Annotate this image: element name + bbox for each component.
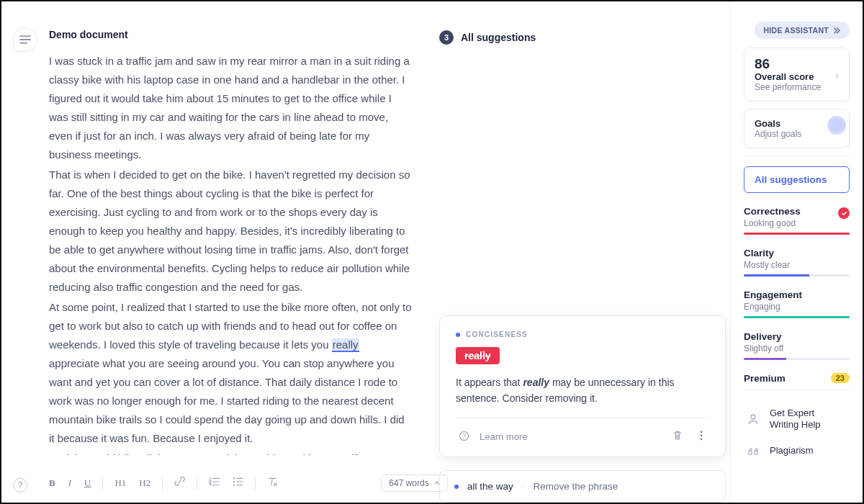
svg-point-4 (701, 438, 703, 441)
svg-point-8 (233, 484, 235, 485)
metric-name: Clarity (744, 248, 850, 258)
goals-link: Adjust goals (755, 129, 801, 139)
svg-point-2 (701, 431, 703, 433)
metric-name: Delivery (744, 331, 850, 342)
suggestion-action: Remove the phrase (534, 481, 618, 492)
suggestions-column: 3 All suggestions CONCISENESS really It … (426, 1, 730, 503)
trash-icon (672, 430, 683, 441)
check-badge-icon (838, 207, 850, 219)
score-label: Overall score (755, 71, 821, 82)
italic-button[interactable]: I (64, 474, 76, 492)
divider (744, 390, 850, 390)
help-label: Get Expert Writing Help (770, 408, 834, 431)
clear-format-icon (267, 477, 278, 487)
paragraph[interactable]: "I wish I could bike all the way around … (49, 449, 412, 455)
svg-point-6 (233, 477, 235, 479)
metric-bar (744, 358, 850, 360)
link-icon (174, 476, 185, 487)
svg-point-7 (233, 480, 235, 482)
separator (197, 477, 197, 490)
all-suggestions-label: All suggestions (461, 32, 536, 43)
clear-formatting-button[interactable] (263, 474, 282, 492)
category-dot-icon (454, 485, 459, 489)
metric-sub: Slightly off (744, 343, 850, 354)
paragraph[interactable]: At some point, I realized that I started… (49, 298, 412, 448)
assistant-sidebar: HIDE ASSISTANT 86 Overall score See perf… (730, 1, 863, 503)
chevron-up-icon (434, 480, 440, 486)
bold-button[interactable]: B (45, 474, 60, 492)
metric-name: Engagement (744, 289, 850, 300)
ol-icon (209, 477, 220, 487)
paragraph[interactable]: That is when I decided to get on the bik… (49, 166, 412, 297)
suggestion-category: CONCISENESS (456, 330, 709, 338)
help-label: Plagiarism (770, 445, 814, 456)
ul-icon (233, 477, 243, 487)
more-options-button[interactable] (693, 427, 709, 446)
metric-clarity[interactable]: Clarity Mostly clear (744, 248, 850, 276)
svg-point-3 (701, 435, 703, 437)
svg-point-5 (751, 415, 755, 419)
text: appreciate what you are seeing around yo… (49, 357, 405, 444)
tab-all-suggestions[interactable]: All suggestions (744, 166, 850, 193)
suggestion-card[interactable]: CONCISENESS really It appears that reall… (439, 315, 726, 457)
word-count-button[interactable]: 647 words (381, 474, 448, 492)
goals-title: Goals (755, 118, 801, 129)
metric-engagement[interactable]: Engagement Engaging (744, 289, 850, 318)
suggestion-term: all the way (467, 481, 513, 492)
person-icon (745, 413, 761, 426)
suggestion-count-badge: 3 (439, 30, 454, 45)
separator: · (522, 481, 525, 492)
link-button[interactable] (170, 473, 189, 492)
editor-column: Demo document I was stuck in a traffic j… (1, 1, 426, 503)
svg-text:?: ? (462, 432, 466, 439)
premium-count-badge: 23 (831, 373, 850, 383)
separator (162, 477, 163, 490)
metric-bar (744, 233, 850, 235)
learn-more-link[interactable]: Learn more (480, 431, 527, 442)
all-suggestions-header[interactable]: 3 All suggestions (439, 30, 726, 45)
metric-delivery[interactable]: Delivery Slightly off (744, 331, 850, 360)
category-dot-icon (456, 333, 460, 337)
format-toolbar: B I U H1 H2 647 words (39, 469, 454, 497)
separator (255, 477, 256, 490)
numbered-list-button[interactable] (204, 474, 224, 492)
hide-assistant-button[interactable]: HIDE ASSISTANT (755, 22, 850, 39)
info-icon: ? (456, 428, 472, 446)
menu-toggle-button[interactable] (13, 27, 37, 52)
hide-assistant-label: HIDE ASSISTANT (763, 26, 829, 35)
category-label: CONCISENESS (466, 330, 528, 338)
metric-sub: Looking good (744, 218, 850, 228)
overall-score-panel[interactable]: 86 Overall score See performance › (744, 48, 850, 102)
metric-sub: Mostly clear (744, 260, 850, 270)
goals-panel[interactable]: Goals Adjust goals › (744, 109, 850, 148)
metric-bar (744, 316, 850, 318)
expert-help-link[interactable]: Get Expert Writing Help (744, 400, 850, 438)
metric-premium[interactable]: 23 Premium (744, 373, 850, 384)
hamburger-icon (19, 35, 31, 44)
h1-button[interactable]: H1 (110, 474, 130, 492)
quotes-icon (745, 446, 761, 456)
metric-correctness[interactable]: Correctness Looking good (744, 206, 850, 235)
highlighted-word[interactable]: really (332, 338, 359, 352)
dismiss-suggestion-button[interactable] (669, 427, 686, 446)
metric-bar (744, 274, 850, 276)
score-link: See performance (755, 82, 821, 92)
remove-word-chip[interactable]: really (456, 347, 500, 364)
h2-button[interactable]: H2 (135, 474, 155, 492)
kebab-icon (696, 430, 706, 441)
help-button[interactable]: ? (13, 478, 27, 492)
collapsed-suggestion[interactable]: all the way · Remove the phrase (439, 470, 726, 503)
divider (744, 156, 850, 156)
metric-sub: Engaging (744, 302, 850, 312)
paragraph[interactable]: I was stuck in a traffic jam and saw in … (49, 52, 412, 164)
score-value: 86 (755, 57, 821, 71)
document-title[interactable]: Demo document (49, 29, 412, 40)
word-count-label: 647 words (389, 478, 428, 488)
goals-indicator-icon (830, 119, 843, 132)
plagiarism-link[interactable]: Plagiarism (744, 438, 850, 463)
underline-button[interactable]: U (80, 474, 95, 492)
bullet-list-button[interactable] (228, 474, 248, 492)
document-body[interactable]: I was stuck in a traffic jam and saw in … (49, 52, 412, 455)
chevrons-right-icon (833, 27, 841, 34)
chevron-right-icon: › (835, 69, 839, 81)
